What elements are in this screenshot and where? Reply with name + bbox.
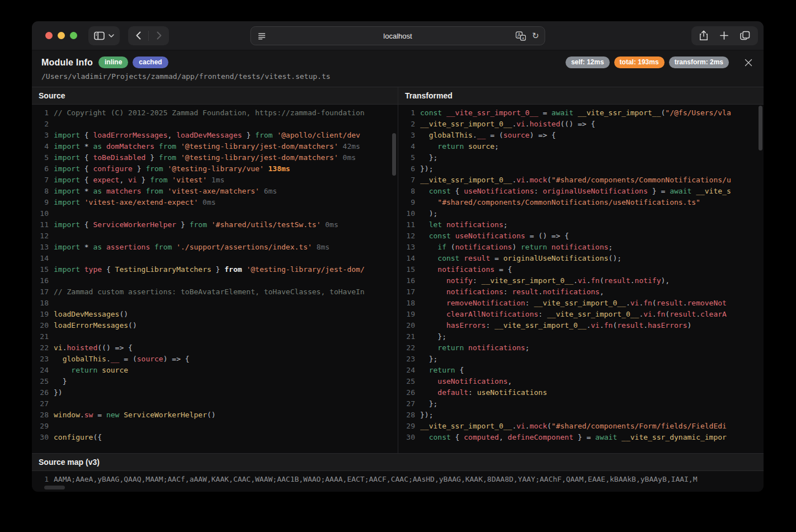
code-line: 28}); — [398, 409, 764, 421]
transformed-scrollbar[interactable] — [759, 106, 762, 150]
chevron-right-icon — [157, 31, 162, 40]
code-line: 1const __vite_ssr_import_0__ = await __v… — [398, 107, 764, 119]
code-line: 30 const { computed, defineComponent } =… — [398, 432, 764, 443]
code-line: 9import 'vitest-axe/extend-expect' 0ms — [32, 197, 398, 208]
code-line: 14 const result = originalUseNotificatio… — [398, 253, 764, 264]
module-file-path: /Users/vladimir/Projects/zammad/app/fron… — [41, 72, 753, 81]
code-line: 10 ); — [398, 208, 764, 219]
code-line: 24 return { — [398, 365, 764, 376]
navigation-buttons — [128, 26, 169, 45]
code-line: 29 — [32, 421, 398, 432]
inline-badge: inline — [98, 57, 128, 68]
total-time-badge: total: 193ms — [614, 57, 665, 68]
code-line: 3 globalThis.__ = (source) => { — [398, 130, 764, 141]
code-line: 12 const useNotifications = () => { — [398, 230, 764, 242]
code-line: 25 useNotifications, — [398, 376, 764, 387]
module-badges: inlinecached — [98, 57, 168, 68]
svg-text:a: a — [522, 36, 524, 40]
share-icon[interactable] — [699, 30, 708, 41]
new-tab-icon[interactable] — [720, 31, 728, 40]
close-icon — [745, 59, 752, 67]
code-line: 13 if (notifications) return notificatio… — [398, 242, 764, 253]
sourcemap-line-number: 1 — [32, 473, 49, 484]
transformed-panel-header: Transformed — [398, 87, 764, 105]
code-line: 2__vite_ssr_import_0__.vi.hoisted(() => … — [398, 119, 764, 130]
code-line: 23 globalThis.__ = (source) => { — [32, 354, 398, 365]
code-line: 17 notifications: result.notifications, — [398, 286, 764, 298]
sourcemap-mappings: AAMA;AAeA,yBAAG,QAAQ,MAAM;AACf,aAAW,KAAK… — [54, 473, 698, 484]
code-line: 30configure({ — [32, 432, 398, 443]
address-bar[interactable]: localhost A a ↻ — [251, 26, 545, 45]
code-line: 5 }; — [398, 152, 764, 163]
source-code-view[interactable]: 1// Copyright (C) 2012-2025 Zammad Found… — [32, 105, 398, 453]
chevron-down-icon — [109, 34, 114, 37]
code-line: 17// Zammad custom assertions: toBeAvata… — [32, 286, 398, 298]
code-line: 11import { ServiceWorkerHelper } from '#… — [32, 219, 398, 230]
module-info-header: Module Info inlinecached self: 12mstotal… — [32, 50, 764, 87]
code-line: 29__vite_ssr_import_0__.vi.mock("#shared… — [398, 421, 764, 432]
close-panel-button[interactable] — [743, 58, 753, 68]
code-line: 6}); — [398, 163, 764, 175]
forward-button[interactable] — [149, 26, 169, 45]
code-line: 19 clearAllNotifications: __vite_ssr_imp… — [398, 309, 764, 320]
sourcemap-section: Source map (v3) 1 AAMA;AAeA,yBAAG,QAAQ,M… — [32, 453, 764, 492]
transformed-panel-title: Transformed — [405, 91, 453, 100]
code-line: 5import { toBeDisabled } from '@testing-… — [32, 152, 398, 163]
code-line: 6import { configure } from '@testing-lib… — [32, 163, 398, 175]
code-line: 22vi.hoisted(() => { — [32, 342, 398, 354]
transformed-code-view[interactable]: 1const __vite_ssr_import_0__ = await __v… — [398, 105, 764, 453]
source-panel: Source 1// Copyright (C) 2012-2025 Zamma… — [32, 87, 398, 453]
sourcemap-hscroll — [32, 484, 764, 492]
code-line: 15 notifications = { — [398, 264, 764, 275]
code-line: 12 — [32, 230, 398, 242]
code-line: 27 — [32, 398, 398, 409]
reader-icon — [257, 31, 267, 41]
reload-icon[interactable]: ↻ — [532, 31, 539, 41]
close-window-button[interactable] — [45, 32, 53, 39]
chevron-left-icon — [136, 31, 141, 40]
code-line: 3import { loadErrorMessages, loadDevMess… — [32, 130, 398, 141]
code-line: 1// Copyright (C) 2012-2025 Zammad Found… — [32, 107, 398, 119]
back-button[interactable] — [128, 26, 148, 45]
code-line: 8 const { useNotifications: originalUseN… — [398, 186, 764, 197]
code-line: 2 — [32, 119, 398, 130]
transform-time-badge: transform: 2ms — [669, 57, 729, 68]
timing-badges: self: 12mstotal: 193mstransform: 2ms — [566, 57, 729, 68]
desktop: { "browser": { "url": "localhost" }, "he… — [0, 0, 796, 532]
code-line: 4import * as domMatchers from '@testing-… — [32, 141, 398, 152]
code-line: 23 }; — [398, 354, 764, 365]
self-time-badge: self: 12ms — [566, 57, 610, 68]
code-line: 20loadErrorMessages() — [32, 320, 398, 331]
sourcemap-scrollbar[interactable] — [44, 486, 65, 489]
code-line: 20 hasErrors: __vite_ssr_import_0__.vi.f… — [398, 320, 764, 331]
code-line: 16 — [32, 275, 398, 286]
sourcemap-header: Source map (v3) — [32, 454, 764, 471]
code-line: 26 default: useNotifications — [398, 387, 764, 398]
code-line: 19loadDevMessages() — [32, 309, 398, 320]
code-panels: Source 1// Copyright (C) 2012-2025 Zamma… — [32, 87, 764, 453]
browser-toolbar: localhost A a ↻ — [32, 21, 764, 50]
source-scrollbar[interactable] — [392, 133, 396, 176]
cached-badge: cached — [133, 57, 168, 68]
code-line: 13import * as assertions from './support… — [32, 242, 398, 253]
code-line: 21 }; — [398, 331, 764, 342]
maximize-window-button[interactable] — [70, 32, 77, 39]
code-line: 26}) — [32, 387, 398, 398]
tab-overview-icon[interactable] — [740, 31, 750, 40]
code-line: 28window.sw = new ServiceWorkerHelper() — [32, 409, 398, 421]
source-panel-header: Source — [32, 87, 398, 105]
translate-icon[interactable]: A a — [516, 31, 526, 41]
sourcemap-title: Source map (v3) — [39, 458, 100, 467]
code-line: 18 — [32, 298, 398, 309]
code-line: 7import { expect, vi } from 'vitest' 1ms — [32, 175, 398, 186]
code-line: 22 return notifications; — [398, 342, 764, 354]
code-line: 16 notify: __vite_ssr_import_0__.vi.fn(r… — [398, 275, 764, 286]
code-line: 24 return source — [32, 365, 398, 376]
code-line: 15import type { TestingLibraryMatchers }… — [32, 264, 398, 275]
code-line: 4 return source; — [398, 141, 764, 152]
minimize-window-button[interactable] — [58, 32, 65, 39]
page-title: Module Info — [41, 58, 93, 68]
toolbar-right-buttons — [691, 26, 758, 45]
sidebar-toggle-button[interactable] — [88, 26, 120, 45]
code-line: 7__vite_ssr_import_0__.vi.mock("#shared/… — [398, 175, 764, 186]
